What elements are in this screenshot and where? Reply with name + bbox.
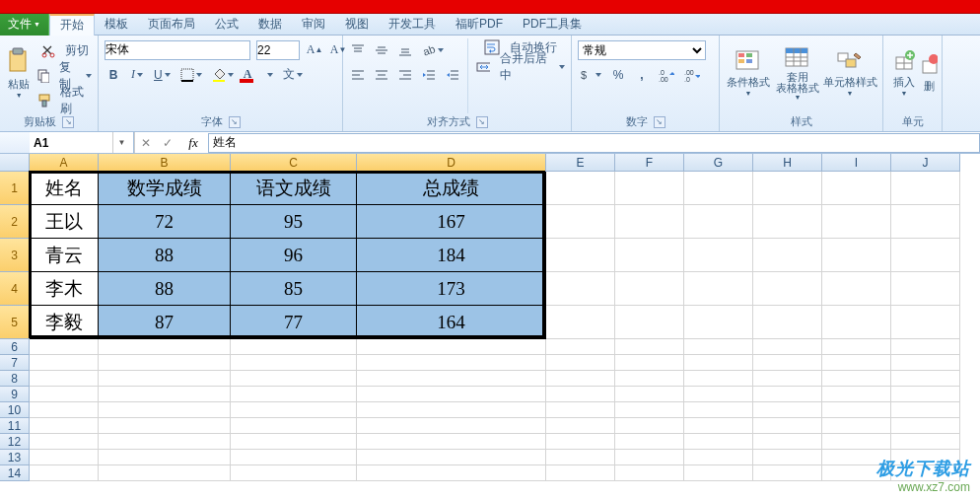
cell-D11[interactable] — [357, 418, 546, 434]
cell-reference-input[interactable] — [30, 134, 112, 152]
tab-6[interactable]: 视图 — [335, 14, 379, 36]
cell-E8[interactable] — [546, 371, 615, 387]
cell-J5[interactable] — [891, 306, 960, 339]
cell-J8[interactable] — [891, 371, 960, 387]
cell-C11[interactable] — [231, 418, 357, 434]
name-box[interactable]: ▼ — [30, 132, 134, 153]
row-header-9[interactable]: 9 — [0, 387, 30, 402]
format-painter-button[interactable]: 格式刷 — [35, 92, 94, 109]
column-header-I[interactable]: I — [822, 154, 891, 172]
phonetic-button[interactable]: 文 — [281, 66, 305, 84]
cell-G6[interactable] — [684, 339, 753, 355]
cell-E14[interactable] — [546, 465, 615, 481]
tab-3[interactable]: 公式 — [205, 14, 248, 36]
row-header-5[interactable]: 5 — [0, 306, 30, 339]
cell-A5[interactable]: 李毅 — [30, 306, 99, 339]
font-launcher[interactable]: ↘ — [229, 116, 241, 128]
cell-D7[interactable] — [357, 355, 546, 371]
cell-E12[interactable] — [546, 434, 615, 450]
cell-H9[interactable] — [753, 387, 822, 402]
cell-D2[interactable]: 167 — [357, 205, 546, 239]
cell-H14[interactable] — [753, 465, 822, 481]
cell-D6[interactable] — [357, 339, 546, 355]
cell-C2[interactable]: 95 — [231, 205, 357, 239]
cell-B3[interactable]: 88 — [99, 239, 231, 272]
font-size-combo[interactable] — [256, 40, 300, 60]
number-launcher[interactable]: ↘ — [654, 116, 665, 128]
cell-E3[interactable] — [546, 239, 615, 272]
comma-button[interactable]: , — [633, 66, 651, 84]
cell-J6[interactable] — [891, 339, 960, 355]
column-header-G[interactable]: G — [684, 154, 753, 172]
cell-H4[interactable] — [753, 272, 822, 306]
file-tab[interactable]: 文件▼ — [0, 14, 49, 36]
cell-G13[interactable] — [684, 450, 753, 465]
cell-E2[interactable] — [546, 205, 615, 239]
cell-I11[interactable] — [822, 418, 891, 434]
cell-C10[interactable] — [231, 402, 357, 418]
cell-H1[interactable] — [753, 172, 822, 205]
cell-G1[interactable] — [684, 172, 753, 205]
cell-F13[interactable] — [615, 450, 684, 465]
cell-H10[interactable] — [753, 402, 822, 418]
cell-B7[interactable] — [99, 355, 231, 371]
cell-A9[interactable] — [30, 387, 99, 402]
cell-B11[interactable] — [99, 418, 231, 434]
row-header-2[interactable]: 2 — [0, 205, 30, 239]
cell-E1[interactable] — [546, 172, 615, 205]
cell-F6[interactable] — [615, 339, 684, 355]
tab-4[interactable]: 数据 — [248, 14, 292, 36]
cell-E13[interactable] — [546, 450, 615, 465]
cell-G12[interactable] — [684, 434, 753, 450]
cell-A6[interactable] — [30, 339, 99, 355]
column-header-C[interactable]: C — [231, 154, 357, 172]
cell-D8[interactable] — [357, 371, 546, 387]
italic-button[interactable]: I — [128, 66, 146, 84]
cell-D14[interactable] — [357, 465, 546, 481]
cell-B12[interactable] — [99, 434, 231, 450]
align-right-button[interactable] — [396, 66, 414, 84]
font-family-combo[interactable] — [105, 40, 250, 60]
cell-D4[interactable]: 173 — [357, 272, 546, 306]
cell-I8[interactable] — [822, 371, 891, 387]
clipboard-launcher[interactable]: ↘ — [62, 116, 74, 128]
cell-G5[interactable] — [684, 306, 753, 339]
tab-5[interactable]: 审阅 — [292, 14, 335, 36]
tab-9[interactable]: PDF工具集 — [513, 14, 592, 36]
cell-H2[interactable] — [753, 205, 822, 239]
cell-H3[interactable] — [753, 239, 822, 272]
tab-0[interactable]: 开始 — [49, 14, 95, 36]
cell-C5[interactable]: 77 — [231, 306, 357, 339]
decrease-indent-button[interactable] — [420, 66, 438, 84]
cell-G7[interactable] — [684, 355, 753, 371]
name-box-dropdown[interactable]: ▼ — [112, 132, 130, 153]
cell-I5[interactable] — [822, 306, 891, 339]
row-header-8[interactable]: 8 — [0, 371, 30, 387]
cell-A10[interactable] — [30, 402, 99, 418]
cell-H5[interactable] — [753, 306, 822, 339]
cell-E10[interactable] — [546, 402, 615, 418]
cell-J12[interactable] — [891, 434, 960, 450]
cell-E4[interactable] — [546, 272, 615, 306]
cell-C1[interactable]: 语文成绩 — [231, 172, 357, 205]
cell-E11[interactable] — [546, 418, 615, 434]
cell-F7[interactable] — [615, 355, 684, 371]
column-header-D[interactable]: D — [357, 154, 546, 172]
cell-C8[interactable] — [231, 371, 357, 387]
number-format-combo[interactable]: 常规 — [578, 40, 706, 60]
increase-decimal-button[interactable]: .0.00 — [657, 66, 676, 84]
decrease-decimal-button[interactable]: .00.0 — [682, 66, 702, 84]
font-color-button[interactable]: A — [242, 66, 276, 84]
formula-input[interactable] — [208, 133, 980, 153]
cell-D12[interactable] — [357, 434, 546, 450]
select-all-corner[interactable] — [0, 154, 30, 172]
column-header-J[interactable]: J — [891, 154, 960, 172]
cell-B8[interactable] — [99, 371, 231, 387]
cell-I6[interactable] — [822, 339, 891, 355]
paste-button[interactable]: 粘贴 ▼ — [4, 38, 34, 107]
cell-I4[interactable] — [822, 272, 891, 306]
cell-D1[interactable]: 总成绩 — [357, 172, 546, 205]
row-header-7[interactable]: 7 — [0, 355, 30, 371]
row-header-3[interactable]: 3 — [0, 239, 30, 272]
cell-A14[interactable] — [30, 465, 99, 481]
